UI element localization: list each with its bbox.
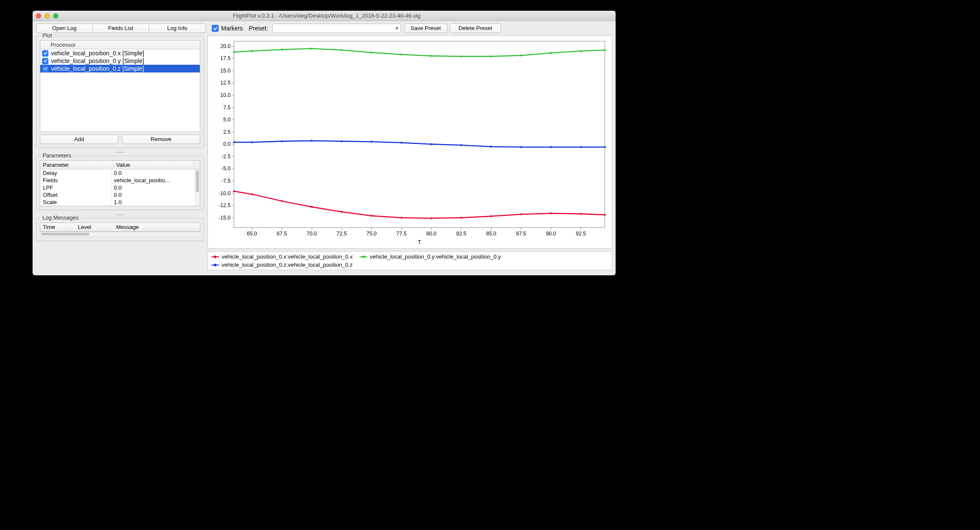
svg-point-59 (311, 206, 313, 208)
svg-point-83 (604, 49, 606, 51)
remove-button[interactable]: Remove (122, 135, 200, 144)
parameter-row[interactable]: Offset0.0 (40, 191, 195, 199)
processor-label: vehicle_local_position_0.y [Simple] (51, 57, 144, 64)
scrollbar-horizontal[interactable] (40, 232, 200, 237)
preset-select[interactable]: ▲▼ (272, 24, 401, 33)
svg-point-74 (341, 49, 343, 51)
param-name: Scale (40, 199, 111, 206)
svg-point-71 (251, 50, 253, 52)
svg-point-65 (490, 215, 492, 217)
param-value[interactable]: 0.0 (111, 169, 189, 177)
close-icon[interactable] (36, 13, 41, 18)
open-log-button[interactable]: Open Log (36, 24, 93, 33)
svg-point-58 (281, 200, 283, 202)
svg-point-80 (520, 54, 522, 56)
processor-label: vehicle_local_position_0.z [Simple] (51, 65, 144, 72)
svg-text:17.5: 17.5 (220, 55, 231, 61)
titlebar[interactable]: FlightPlot v.0.3.1 - /Users/oleg/Desktop… (33, 11, 616, 21)
svg-point-86 (281, 140, 283, 142)
param-value[interactable]: 0.0 (111, 184, 189, 191)
processor-item[interactable]: vehicle_local_position_0.y [Simple] (40, 57, 200, 65)
list-header[interactable]: Processor (40, 41, 200, 49)
panel-title: Parameters (41, 152, 73, 159)
svg-point-92 (460, 144, 462, 146)
add-button[interactable]: Add (40, 135, 118, 144)
svg-text:5.0: 5.0 (223, 117, 231, 123)
processor-item[interactable]: vehicle_local_position_0.z [Simple] (40, 65, 200, 72)
svg-text:-15.0: -15.0 (219, 215, 231, 221)
svg-point-95 (550, 146, 552, 148)
svg-point-85 (251, 141, 253, 143)
svg-point-76 (400, 54, 402, 55)
parameter-row[interactable]: LPF0.0 (40, 184, 195, 191)
processor-list[interactable]: Processor vehicle_local_position_0.x [Si… (40, 40, 200, 132)
svg-point-79 (490, 55, 492, 57)
save-preset-button[interactable]: Save Preset (404, 24, 447, 33)
log-messages-panel: Log Messages Time Level Message (36, 218, 204, 241)
delete-preset-button[interactable]: Delete Preset (450, 24, 501, 33)
svg-point-57 (251, 193, 253, 195)
checkbox-icon[interactable] (42, 58, 48, 64)
right-column: -15.0-12.5-10.0-7.5-5.0-2.50.02.55.07.51… (207, 36, 612, 270)
chart-svg: -15.0-12.5-10.0-7.5-5.0-2.50.02.55.07.51… (210, 38, 610, 247)
svg-text:-2.5: -2.5 (222, 154, 231, 160)
svg-point-72 (281, 48, 283, 50)
svg-text:7.5: 7.5 (223, 105, 231, 111)
scrollbar-vertical[interactable] (195, 169, 200, 206)
log-messages-table[interactable]: Time Level Message (40, 223, 200, 232)
check-icon (213, 26, 218, 31)
checkbox-icon[interactable] (42, 50, 48, 57)
parameter-row[interactable]: Fieldsvehicle_local_positio... (40, 177, 195, 184)
param-name: LPF (40, 184, 111, 191)
svg-text:12.5: 12.5 (220, 80, 231, 86)
legend-label: vehicle_local_position_0.x:vehicle_local… (222, 253, 353, 260)
col-time[interactable]: Time (40, 223, 75, 231)
svg-point-66 (520, 214, 522, 215)
svg-point-67 (550, 212, 552, 214)
param-value[interactable]: 1.0 (111, 199, 189, 206)
plot-panel: Plot Processor vehicle_local_position_0.… (36, 36, 204, 148)
scrollbar-thumb[interactable] (41, 233, 89, 235)
svg-text:-12.5: -12.5 (219, 202, 231, 208)
window-title: FlightPlot v.0.3.1 - /Users/oleg/Desktop… (41, 12, 612, 19)
col-message[interactable]: Message (114, 223, 200, 231)
param-value[interactable]: 0.0 (111, 191, 189, 199)
preset-label: Preset: (249, 25, 268, 32)
markers-label: Markers (221, 25, 243, 32)
panel-title: Log Messages (41, 214, 81, 221)
chart-area[interactable]: -15.0-12.5-10.0-7.5-5.0-2.50.02.55.07.51… (207, 36, 612, 249)
svg-text:87.5: 87.5 (516, 231, 526, 237)
col-value[interactable]: Value (114, 161, 193, 169)
svg-point-78 (460, 55, 462, 57)
processor-item[interactable]: vehicle_local_position_0.x [Simple] (40, 49, 200, 57)
scroll-gutter (193, 161, 200, 169)
svg-point-96 (580, 146, 582, 148)
svg-text:90.0: 90.0 (546, 231, 556, 237)
svg-point-81 (550, 52, 552, 54)
left-column: Plot Processor vehicle_local_position_0.… (36, 36, 204, 270)
col-parameter[interactable]: Parameter (40, 161, 114, 169)
svg-point-93 (490, 146, 492, 148)
svg-text:-10.0: -10.0 (219, 190, 231, 196)
svg-text:0.0: 0.0 (223, 141, 231, 147)
svg-text:65.0: 65.0 (247, 231, 257, 237)
parameters-table[interactable]: Parameter Value Delay0.0Fieldsvehicle_lo… (40, 160, 200, 206)
checkbox-icon[interactable] (42, 66, 48, 72)
fields-list-button[interactable]: Fields List (93, 24, 149, 33)
markers-checkbox[interactable] (212, 25, 219, 32)
legend-item: vehicle_local_position_0.y:vehicle_local… (360, 253, 501, 260)
param-value[interactable]: vehicle_local_positio... (111, 177, 189, 184)
scrollbar-thumb[interactable] (196, 170, 199, 192)
panel-title: Plot (41, 32, 54, 39)
svg-point-82 (580, 50, 582, 52)
svg-point-56 (233, 190, 235, 192)
param-name: Offset (40, 191, 111, 199)
col-level[interactable]: Level (75, 223, 114, 231)
legend-swatch (360, 256, 367, 257)
svg-point-97 (604, 146, 606, 148)
log-info-button[interactable]: Log Info (149, 24, 206, 33)
parameter-row[interactable]: Scale1.0 (40, 199, 195, 206)
parameter-row[interactable]: Delay0.0 (40, 169, 195, 177)
svg-point-73 (311, 48, 313, 49)
svg-point-89 (370, 141, 372, 142)
